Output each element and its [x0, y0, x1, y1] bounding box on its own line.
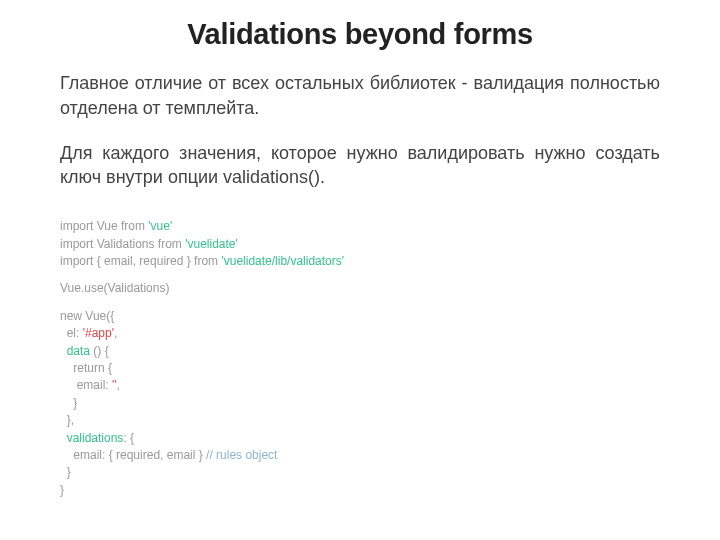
email-rules: email: { required, email } — [60, 448, 206, 462]
kw-new: new — [60, 309, 82, 323]
data-key: data — [67, 344, 90, 358]
paragraph-1: Главное отличие от всех остальных библио… — [60, 71, 660, 121]
indent — [60, 431, 67, 445]
ident-destructure: { email, required } — [93, 254, 194, 268]
kw-from: from — [121, 219, 145, 233]
close-brace: } — [60, 483, 64, 497]
email-key: email: — [60, 378, 112, 392]
str-validators: 'vuelidate/lib/validators' — [218, 254, 344, 268]
code-block-imports: import Vue from 'vue' import Validations… — [60, 218, 660, 270]
slide: Validations beyond forms Главное отличие… — [0, 0, 720, 540]
kw-from: from — [194, 254, 218, 268]
el-key: el: — [60, 326, 83, 340]
paragraph-2: Для каждого значения, которое нужно вали… — [60, 141, 660, 191]
slide-title: Validations beyond forms — [60, 18, 660, 51]
vue-ctor: Vue({ — [82, 309, 114, 323]
kw-import: import — [60, 254, 93, 268]
close-brace: } — [60, 465, 71, 479]
close-brace: } — [60, 396, 77, 410]
kw-import: import — [60, 219, 93, 233]
return: return { — [60, 361, 112, 375]
code-block-instance: new Vue({ el: '#app', data () { return {… — [60, 308, 660, 499]
comment: // rules object — [206, 448, 277, 462]
data-open: () { — [90, 344, 109, 358]
body-text: Главное отличие от всех остальных библио… — [60, 71, 660, 190]
kw-from: from — [158, 237, 182, 251]
validations-key: validations — [67, 431, 124, 445]
comma: , — [117, 378, 120, 392]
code-block-use: Vue.use(Validations) — [60, 280, 660, 297]
ident-validations: Validations — [93, 237, 157, 251]
indent — [60, 344, 67, 358]
vue-use: Vue.use(Validations) — [60, 281, 169, 295]
str-vue: 'vue' — [145, 219, 172, 233]
ident-vue: Vue — [93, 219, 121, 233]
close-brace: }, — [60, 413, 74, 427]
str-vuelidate: 'vuelidate' — [182, 237, 238, 251]
el-value: '#app' — [83, 326, 114, 340]
kw-import: import — [60, 237, 93, 251]
validations-open: : { — [123, 431, 134, 445]
comma: , — [114, 326, 117, 340]
